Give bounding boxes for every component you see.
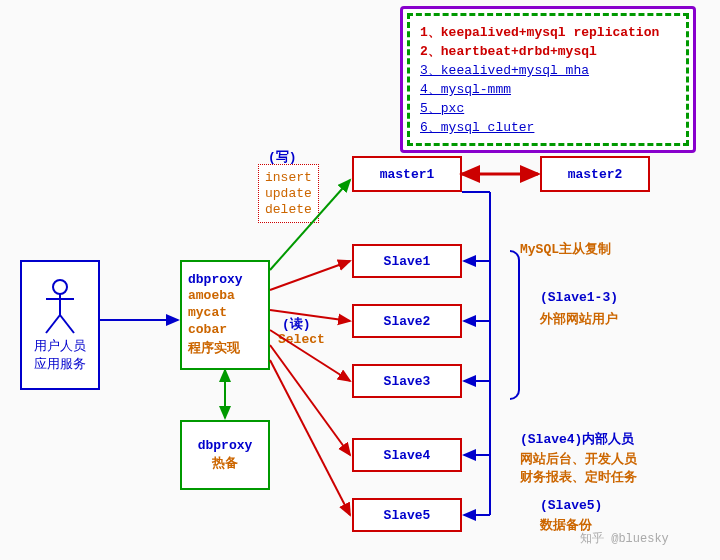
repl-label: MySQL主从复制 <box>520 240 611 258</box>
write-op: insert <box>265 170 312 185</box>
svg-line-11 <box>270 345 350 455</box>
svg-line-3 <box>46 315 60 333</box>
write-op: update <box>265 186 312 201</box>
slave4-text1: 网站后台、开发人员 <box>520 450 637 468</box>
read-label: (读) <box>282 315 311 333</box>
solutions-legend: 1、keepalived+mysql replication 2、heartbe… <box>400 6 696 153</box>
user-label: 用户人员 <box>34 337 86 355</box>
write-op: delete <box>265 202 312 217</box>
slave13-text: 外部网站用户 <box>540 310 618 328</box>
slave4-header: (Slave4)内部人员 <box>520 430 634 448</box>
user-label: 应用服务 <box>34 355 86 373</box>
slave3-node: Slave3 <box>352 364 462 398</box>
dbproxy-title: dbproxy <box>188 272 243 287</box>
svg-line-12 <box>270 360 350 515</box>
dbproxy-item: 程序实现 <box>188 339 240 357</box>
watermark: 知乎 @bluesky <box>580 530 669 547</box>
legend-item: 2、heartbeat+drbd+mysql <box>420 42 676 60</box>
slave1-node: Slave1 <box>352 244 462 278</box>
read-op: Select <box>278 332 325 347</box>
legend-item: 6、mysql cluter <box>420 118 676 136</box>
master2-node: master2 <box>540 156 650 192</box>
dbproxy-item: cobar <box>188 322 227 337</box>
slave13-header: (Slave1-3) <box>540 290 618 305</box>
svg-line-8 <box>270 261 350 290</box>
master1-node: master1 <box>352 156 462 192</box>
legend-item: 3、keealived+mysql mha <box>420 61 676 79</box>
dbproxy-box: dbproxy amoeba mycat cobar 程序实现 <box>180 260 270 370</box>
legend-item: 4、mysql-mmm <box>420 80 676 98</box>
svg-point-0 <box>53 280 67 294</box>
dbproxy-hot-label: 热备 <box>212 454 238 472</box>
slave5-node: Slave5 <box>352 498 462 532</box>
slave4-node: Slave4 <box>352 438 462 472</box>
legend-item: 1、keepalived+mysql replication <box>420 23 676 41</box>
write-ops: insert update delete <box>258 164 319 223</box>
legend-item: 5、pxc <box>420 99 676 117</box>
slave2-node: Slave2 <box>352 304 462 338</box>
dbproxy-item: mycat <box>188 305 227 320</box>
dbproxy-hot-standby: dbproxy 热备 <box>180 420 270 490</box>
brace-icon <box>510 250 520 400</box>
svg-line-4 <box>60 315 74 333</box>
dbproxy-title: dbproxy <box>198 438 253 453</box>
dbproxy-item: amoeba <box>188 288 235 303</box>
slave5-header: (Slave5) <box>540 498 602 513</box>
slave4-text2: 财务报表、定时任务 <box>520 468 637 486</box>
person-icon <box>42 277 78 337</box>
user-actor: 用户人员 应用服务 <box>20 260 100 390</box>
